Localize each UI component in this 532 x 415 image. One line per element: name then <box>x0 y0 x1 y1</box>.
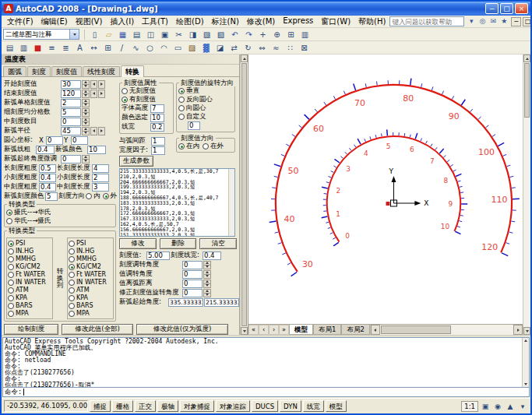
minor-divisions-input[interactable] <box>61 108 81 117</box>
unit-option[interactable]: PSI <box>69 240 112 247</box>
model-annotation-icon[interactable]: ▣ <box>480 401 491 412</box>
unit-option[interactable]: Ft WATER <box>8 271 51 278</box>
zoom-window-icon[interactable]: ⊞ <box>284 29 298 40</box>
spinner[interactable] <box>82 99 90 107</box>
unit-option[interactable]: KG/CM2 <box>69 263 112 270</box>
menu-item[interactable]: 绘图(D) <box>172 16 208 28</box>
status-toggle[interactable]: DUCS <box>252 400 278 412</box>
line-icon[interactable]: / <box>115 42 129 54</box>
scroll-left-icon[interactable] <box>371 325 380 335</box>
title-bar[interactable]: A AutoCAD 2008 - [Drawing1.dwg] − □ × <box>2 2 530 16</box>
tick-width-input[interactable] <box>203 251 221 260</box>
drawing-vertical-scrollbar[interactable] <box>523 55 530 335</box>
font-height-input[interactable] <box>150 104 164 113</box>
center-x-input[interactable] <box>46 136 63 145</box>
layout-next-icon[interactable]: › <box>269 325 279 335</box>
status-toggle[interactable]: DYN <box>280 400 301 412</box>
spinner[interactable] <box>203 280 211 288</box>
polyline-icon[interactable]: ∿ <box>129 42 143 54</box>
grid-value-input[interactable] <box>61 99 81 107</box>
status-toggle[interactable]: 对象追踪 <box>216 400 250 412</box>
gradient-icon[interactable]: ▓ <box>199 42 213 54</box>
tick-direction-option[interactable]: 外 <box>103 192 118 200</box>
unit-option[interactable]: KPA <box>8 294 51 301</box>
command-input[interactable]: 命令: <box>2 387 530 397</box>
menu-item[interactable]: 文件(F) <box>3 16 37 28</box>
arc-color-input[interactable] <box>87 146 106 154</box>
temperature-conversion-option[interactable]: 摄氏--→华氏 <box>6 209 114 216</box>
redo-icon[interactable]: ↷ <box>242 29 255 40</box>
scroll-down-icon[interactable] <box>241 327 248 335</box>
dialog-title[interactable]: 温度表 <box>2 55 239 65</box>
offset-icon[interactable]: ≈ <box>270 42 283 54</box>
command-scrollbar[interactable] <box>522 338 529 387</box>
center-y-input[interactable] <box>71 136 88 145</box>
save-icon[interactable]: ▦ <box>116 29 129 40</box>
small-tick-width-input[interactable] <box>39 174 56 182</box>
arc-gap-input[interactable] <box>151 137 165 146</box>
qnew-icon[interactable]: ▯ <box>88 29 101 40</box>
menu-item[interactable]: 标注(N) <box>208 16 243 28</box>
spinner[interactable] <box>203 261 211 269</box>
zoom-realtime-icon[interactable]: ⊕ <box>270 29 284 40</box>
help-search-input[interactable] <box>389 16 464 26</box>
color-swatch-icon[interactable]: ■ <box>31 42 44 54</box>
dialog-tab[interactable]: 圆弧 <box>3 66 26 76</box>
long-tick-len-input[interactable] <box>92 164 109 173</box>
menu-item[interactable]: 帮助(H) <box>354 16 389 28</box>
spinner[interactable] <box>82 155 90 164</box>
status-toggle[interactable]: 线宽 <box>303 400 324 412</box>
search-go-icon[interactable]: ▾ <box>466 16 477 26</box>
long-tick-width-input[interactable] <box>39 164 56 173</box>
nudge-left-button[interactable] <box>90 80 97 89</box>
drawing-canvas[interactable]: Y X 30405060708090100110120012345678910 <box>248 55 523 324</box>
spinner[interactable] <box>203 270 211 279</box>
unit-option[interactable]: ATM <box>69 287 112 294</box>
menu-item[interactable]: 窗口(W) <box>317 16 354 28</box>
spinner[interactable] <box>203 289 211 297</box>
rotation-option[interactable]: 向圆心 <box>178 104 233 112</box>
mid-tick-width-input[interactable] <box>39 183 56 192</box>
cut-icon[interactable]: ✂ <box>172 29 185 40</box>
annotation-scale-value[interactable]: 1:1 <box>461 401 478 412</box>
layout-tab[interactable]: 布局2 <box>341 325 369 335</box>
array-icon[interactable]: ∷ <box>284 42 297 54</box>
favorites-icon[interactable]: ★ <box>499 16 509 26</box>
nudge-right-button[interactable] <box>98 127 105 135</box>
unit-option[interactable]: Ft WATER <box>69 271 112 278</box>
unit-option[interactable]: MMHG <box>8 255 51 262</box>
unit-option[interactable]: PSI <box>8 240 51 247</box>
close-button[interactable]: × <box>515 3 528 14</box>
unit-option[interactable]: MPA <box>69 310 112 317</box>
fix-rotation-input[interactable] <box>182 289 203 297</box>
spinner[interactable] <box>82 108 90 117</box>
dialog-tab[interactable]: 刻度 <box>27 66 51 76</box>
generate-params-button[interactable]: 生成参数 <box>119 156 153 167</box>
layout-tab[interactable]: 布局1 <box>313 325 341 335</box>
coordinate-display[interactable]: -20.5392, 46.1095, 0.0000 <box>4 400 88 412</box>
pan-icon[interactable]: + <box>256 29 270 40</box>
doc-restore-button[interactable]: □ <box>523 17 532 26</box>
table-style-icon[interactable]: ⊞ <box>101 42 115 54</box>
plot-icon[interactable]: ▤ <box>130 29 143 40</box>
clear-list-button[interactable]: 清空 <box>199 238 237 249</box>
end-value-input[interactable] <box>61 90 81 98</box>
modify-all-button[interactable]: 修改此值(全部) <box>62 324 133 335</box>
tick-flip-angle-input[interactable] <box>182 261 203 269</box>
hatch-icon[interactable]: ▨ <box>185 42 199 54</box>
unit-option[interactable]: BARS <box>69 302 112 309</box>
outer-gauge[interactable]: 30405060708090100110120 <box>270 79 520 276</box>
paste-icon[interactable]: ▨ <box>200 29 213 40</box>
scroll-right-icon[interactable] <box>513 325 523 335</box>
unit-option[interactable]: BARS <box>8 302 51 309</box>
circle-icon[interactable]: ○ <box>143 42 157 54</box>
nudge-right-button[interactable] <box>98 90 105 98</box>
small-tick-len-input[interactable] <box>92 174 109 182</box>
status-toggle[interactable]: 对象捕捉 <box>180 400 214 412</box>
value-direction-option[interactable]: 在内 <box>178 142 199 150</box>
value-direction-option[interactable]: 在外 <box>203 142 224 150</box>
arc-icon[interactable]: ◠ <box>157 42 171 54</box>
tick-parameter-list[interactable]: 215.333333333333,4,0.5,长,是,30,7210,2,0.3… <box>119 168 235 237</box>
combo-arrow-icon[interactable] <box>70 29 79 40</box>
draw-ticks-button[interactable]: 绘制刻度 <box>4 324 58 335</box>
